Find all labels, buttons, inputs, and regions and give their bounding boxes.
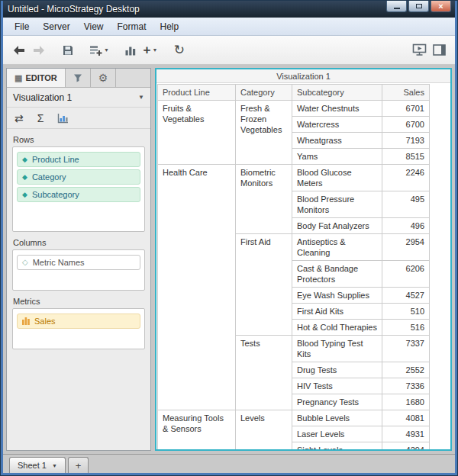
cell-subcategory[interactable]: Laser Levels (292, 426, 382, 442)
cell-sales[interactable]: 4527 (382, 288, 430, 304)
cell-category[interactable]: Tests (236, 336, 292, 410)
pill-subcategory[interactable]: ◆Subcategory (17, 187, 140, 202)
cell-sales[interactable]: 6206 (382, 261, 430, 288)
visualization-title[interactable]: Visualization 1 (156, 69, 450, 83)
cell-sales[interactable]: 4931 (382, 426, 430, 442)
titlebar[interactable]: Untitled - MicroStrategy Desktop × (3, 1, 455, 18)
minimize-button[interactable] (386, 1, 407, 12)
menu-item-server[interactable]: Server (36, 19, 76, 34)
result-grid[interactable]: Product LineCategorySubcategorySalesFrui… (157, 84, 430, 449)
column-header-product-line[interactable]: Product Line (158, 85, 236, 101)
cell-subcategory[interactable]: Yams (292, 149, 382, 165)
metrics-dropzone[interactable]: Sales (12, 308, 145, 349)
refresh-button[interactable]: ↻ (169, 40, 189, 61)
cell-product-line[interactable]: Health Care (158, 165, 236, 410)
pill-label: Category (32, 172, 66, 182)
cell-sales[interactable]: 8515 (382, 149, 430, 165)
chart-options-icon[interactable] (57, 113, 69, 124)
cell-subcategory[interactable]: First Aid Kits (292, 304, 382, 320)
cell-sales[interactable]: 2552 (382, 362, 430, 378)
attribute-icon: ◆ (22, 174, 27, 181)
tab-editor[interactable]: ▦ EDITOR (7, 69, 66, 87)
menu-item-view[interactable]: View (77, 19, 111, 34)
column-header-sales[interactable]: Sales (382, 85, 430, 101)
save-button[interactable] (58, 40, 78, 61)
insert-button[interactable]: + ▼ (140, 40, 160, 61)
pill-product-line[interactable]: ◆Product Line (17, 152, 140, 167)
column-header-category[interactable]: Category (236, 85, 292, 101)
cell-subcategory[interactable]: Blood Pressure Monitors (292, 191, 382, 218)
menu-item-help[interactable]: Help (153, 19, 186, 34)
content-area: ▦ EDITOR ⚙ Visualization 1 ▼ ⇄ (3, 65, 455, 454)
cell-sales[interactable]: 516 (382, 320, 430, 336)
swap-axes-icon[interactable]: ⇄ (15, 112, 24, 124)
cell-sales[interactable]: 4294 (382, 442, 430, 450)
cell-sales[interactable]: 495 (382, 191, 430, 218)
cell-category[interactable]: Levels (236, 410, 292, 450)
sheet-tab-label: Sheet 1 (18, 461, 47, 470)
cell-sales[interactable]: 496 (382, 218, 430, 234)
cell-subcategory[interactable]: Sight Levels (292, 442, 382, 450)
cell-sales[interactable]: 6701 (382, 101, 430, 117)
cell-subcategory[interactable]: Hot & Cold Therapies (292, 320, 382, 336)
forward-button[interactable] (29, 40, 49, 61)
presentation-button[interactable] (409, 40, 429, 61)
cell-product-line[interactable]: Measuring Tools & Sensors (158, 410, 236, 450)
window-controls: × (385, 1, 451, 12)
cell-subcategory[interactable]: Drug Tests (292, 362, 382, 378)
close-icon: × (438, 2, 443, 10)
cell-subcategory[interactable]: HIV Tests (292, 378, 382, 394)
cell-sales[interactable]: 7336 (382, 378, 430, 394)
pill-metric-names[interactable]: ◇Metric Names (17, 255, 140, 270)
cell-subcategory[interactable]: Antiseptics & Cleaning (292, 234, 382, 261)
menu-item-format[interactable]: Format (110, 19, 153, 34)
refresh-icon: ↻ (174, 44, 185, 56)
insert-visualization-button[interactable] (121, 40, 140, 61)
panels-button[interactable] (429, 40, 449, 61)
cell-sales[interactable]: 6700 (382, 117, 430, 133)
cell-subcategory[interactable]: Watercress (292, 117, 382, 133)
cell-product-line[interactable]: Fruits & Vegetables (158, 101, 236, 165)
menu-item-file[interactable]: File (8, 19, 36, 34)
pill-sales[interactable]: Sales (17, 314, 140, 329)
cell-category[interactable]: Fresh & Frozen Vegetables (236, 101, 292, 165)
maximize-button[interactable] (408, 1, 429, 12)
cell-sales[interactable]: 7337 (382, 336, 430, 362)
cell-subcategory[interactable]: Cast & Bandage Protectors (292, 261, 382, 288)
rows-dropzone[interactable]: ◆Product Line◆Category◆Subcategory (12, 146, 145, 232)
pill-category[interactable]: ◆Category (17, 169, 140, 185)
cell-subcategory[interactable]: Wheatgrass (292, 133, 382, 149)
add-sheet-tab[interactable]: + (68, 457, 89, 473)
editor-tab-strip: ▦ EDITOR ⚙ (7, 69, 150, 88)
column-header-subcategory[interactable]: Subcategory (292, 85, 382, 101)
sheet-bar: Sheet 1 ▼ + (3, 454, 455, 473)
cell-sales[interactable]: 2954 (382, 234, 430, 261)
visualization-selector[interactable]: Visualization 1 ▼ (7, 88, 150, 108)
cell-subcategory[interactable]: Water Chestnuts (292, 101, 382, 117)
cell-sales[interactable]: 2246 (382, 165, 430, 191)
totals-icon[interactable]: Σ (37, 112, 44, 124)
tab-properties[interactable]: ⚙ (91, 69, 117, 87)
cell-subcategory[interactable]: Body Fat Analyzers (292, 218, 382, 234)
cell-sales[interactable]: 7193 (382, 133, 430, 149)
cell-category[interactable]: Biometric Monitors (236, 165, 292, 234)
cell-sales[interactable]: 4081 (382, 410, 430, 426)
cell-subcategory[interactable]: Pregnancy Tests (292, 394, 382, 410)
columns-dropzone[interactable]: ◇Metric Names (12, 249, 145, 291)
chevron-down-icon[interactable]: ▼ (52, 463, 57, 468)
tab-filter[interactable] (66, 69, 91, 87)
panels-icon (433, 44, 446, 56)
cell-sales[interactable]: 510 (382, 304, 430, 320)
cell-subcategory[interactable]: Blood Glucose Meters (292, 165, 382, 191)
cell-subcategory[interactable]: Eye Wash Supplies (292, 288, 382, 304)
cell-sales[interactable]: 1680 (382, 394, 430, 410)
cell-subcategory[interactable]: Bubble Levels (292, 410, 382, 426)
visualization-container[interactable]: Visualization 1 Product LineCategorySubc… (155, 68, 452, 451)
close-button[interactable]: × (431, 1, 451, 12)
toolbar: ▼ + ▼ ↻ (3, 36, 455, 65)
back-button[interactable] (9, 40, 29, 61)
cell-category[interactable]: First Aid (236, 234, 292, 336)
add-data-button[interactable]: ▼ (87, 40, 111, 61)
sheet-tab[interactable]: Sheet 1 ▼ (9, 457, 66, 473)
cell-subcategory[interactable]: Blood Typing Test Kits (292, 336, 382, 362)
